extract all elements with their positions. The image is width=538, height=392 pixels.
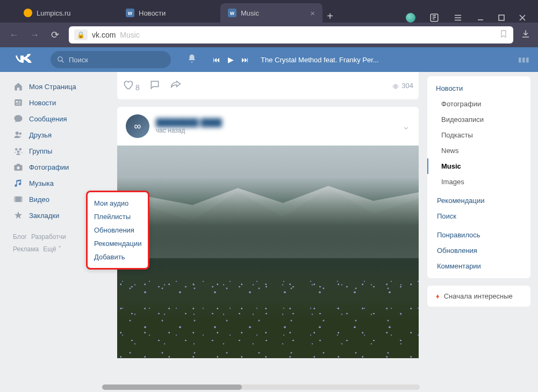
post-author[interactable]: ████████ ████	[156, 118, 222, 127]
news-filter-card: Новости Фотографии Видеозаписи Подкасты …	[427, 76, 530, 278]
nav-music[interactable]: Музыка	[0, 175, 91, 191]
filter-images[interactable]: Images	[427, 174, 530, 190]
footer-blog[interactable]: Блог	[13, 233, 27, 241]
window-close-icon[interactable]	[519, 14, 526, 21]
player-prev-icon[interactable]: ⏮	[213, 55, 220, 64]
browser-tab[interactable]: w Новости	[118, 3, 220, 23]
tab-label: Lumpics.ru	[37, 9, 71, 17]
svg-point-12	[17, 150, 20, 153]
nav-photos[interactable]: Фотографии	[0, 159, 91, 175]
post-card: ████████ ████ час назад ⌄	[117, 107, 419, 358]
player-next-icon[interactable]: ⏭	[241, 55, 249, 64]
player-play-icon[interactable]: ▶	[228, 55, 234, 64]
svg-rect-4	[16, 101, 18, 103]
new-tab-button[interactable]: +	[322, 10, 338, 23]
svg-rect-1	[499, 15, 504, 20]
filter-news[interactable]: Новости	[427, 81, 530, 96]
comment-button[interactable]	[149, 79, 160, 92]
svg-point-9	[19, 133, 22, 135]
music-add[interactable]: Добавить	[94, 250, 141, 264]
header-user[interactable]: ▮▮▮	[518, 56, 529, 63]
prev-post-actions: 8 304	[117, 72, 419, 99]
search-placeholder: Поиск	[69, 56, 88, 64]
filter-liked[interactable]: Понравилось	[427, 227, 530, 243]
music-playlists[interactable]: Плейлисты	[94, 210, 141, 223]
filter-podcasts[interactable]: Подкасты	[427, 127, 530, 143]
svg-rect-5	[19, 101, 21, 101]
filter-comments[interactable]: Комментарии	[427, 258, 530, 274]
nav-friends[interactable]: Друзья	[0, 127, 91, 143]
post-image[interactable]	[117, 146, 419, 358]
window-minimize-icon[interactable]	[477, 14, 484, 21]
music-recommendations[interactable]: Рекомендации	[94, 237, 141, 250]
share-button[interactable]	[170, 79, 182, 92]
post-avatar[interactable]	[126, 114, 149, 138]
profile-avatar-icon[interactable]	[406, 13, 415, 23]
svg-point-11	[19, 148, 22, 151]
tab-close-icon[interactable]: ×	[310, 9, 315, 18]
star-icon	[13, 210, 24, 220]
filter-music[interactable]: Music	[427, 158, 530, 174]
horizontal-scrollbar[interactable]	[102, 384, 420, 390]
like-button[interactable]: 8	[123, 79, 140, 92]
camera-icon	[13, 162, 24, 172]
music-submenu-popup: Мои аудио Плейлисты Обновления Рекоменда…	[86, 191, 149, 270]
filter-news-en[interactable]: News	[427, 143, 530, 158]
url-field[interactable]: 🔒 vk.com Music	[69, 26, 513, 43]
window-maximize-icon[interactable]	[498, 14, 505, 21]
bookmark-icon[interactable]	[499, 30, 508, 40]
download-icon[interactable]	[521, 29, 530, 41]
sort-toggle[interactable]: ♦ Сначала интересные	[427, 286, 530, 307]
search-input[interactable]: Поиск	[51, 51, 171, 68]
music-icon	[13, 178, 24, 188]
right-sidebar: Новости Фотографии Видеозаписи Подкасты …	[427, 72, 538, 392]
nav-video[interactable]: Видео	[0, 191, 91, 207]
footer-ads[interactable]: Реклама	[13, 245, 39, 253]
nav-back-icon[interactable]: ←	[8, 30, 20, 41]
vk-header: Поиск ⏮ ▶ ⏭ The Crystal Method feat. Fra…	[0, 47, 538, 72]
post-time: час назад	[156, 127, 222, 134]
home-icon	[13, 82, 24, 91]
music-updates[interactable]: Обновления	[94, 223, 141, 237]
filter-videos[interactable]: Видеозаписи	[427, 112, 530, 127]
favicon-lumpics	[24, 9, 32, 17]
browser-toolbar	[406, 13, 535, 23]
svg-point-17	[394, 85, 396, 87]
svg-rect-6	[19, 102, 21, 103]
lock-icon: 🔒	[74, 30, 88, 40]
menu-icon[interactable]	[453, 13, 463, 23]
footer-dev[interactable]: Разработчи	[31, 233, 66, 241]
video-icon	[13, 194, 24, 204]
browser-tab-active[interactable]: w Music ×	[220, 3, 322, 23]
news-icon	[13, 98, 24, 107]
reader-icon[interactable]	[429, 13, 439, 23]
svg-point-8	[16, 132, 19, 135]
page-content: Моя Страница Новости Сообщения Друзья Гр…	[0, 72, 538, 392]
nav-news[interactable]: Новости	[0, 95, 91, 111]
footer-more[interactable]: Ещё ˅	[43, 245, 61, 253]
svg-point-10	[15, 148, 18, 151]
post-header: ████████ ████ час назад ⌄	[117, 107, 419, 146]
browser-tab[interactable]: Lumpics.ru	[16, 3, 118, 23]
footer-links: БлогРазработчи РекламаЕщё ˅	[0, 223, 91, 256]
post-more-icon[interactable]: ⌄	[402, 120, 410, 132]
views-count: 304	[391, 82, 413, 90]
scrollbar-thumb[interactable]	[102, 384, 242, 390]
groups-icon	[13, 146, 24, 156]
filter-updates[interactable]: Обновления	[427, 243, 530, 258]
browser-address-bar: ← → ⟳ 🔒 vk.com Music	[0, 23, 538, 47]
svg-point-2	[58, 57, 62, 61]
nav-bookmarks[interactable]: Закладки	[0, 207, 91, 223]
nav-groups[interactable]: Группы	[0, 143, 91, 159]
filter-search[interactable]: Поиск	[427, 208, 530, 224]
nav-reload-icon[interactable]: ⟳	[48, 29, 61, 41]
filter-recommendations[interactable]: Рекомендации	[427, 193, 530, 208]
svg-rect-16	[21, 197, 23, 202]
music-my-audio[interactable]: Мои аудио	[94, 197, 141, 210]
vk-logo[interactable]	[14, 54, 33, 66]
notifications-icon[interactable]	[187, 54, 197, 66]
nav-messages[interactable]: Сообщения	[0, 111, 91, 127]
nav-my-page[interactable]: Моя Страница	[0, 78, 91, 95]
filter-photos[interactable]: Фотографии	[427, 96, 530, 112]
player-now-playing[interactable]: The Crystal Method feat. Franky Per...	[261, 56, 379, 64]
